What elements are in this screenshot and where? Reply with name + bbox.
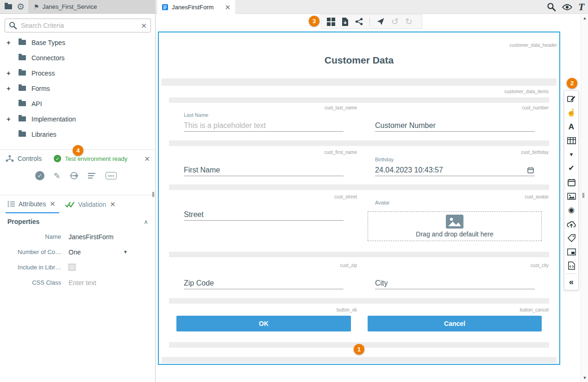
callout-badge-3: 3 [309, 16, 319, 26]
test-pen-icon[interactable]: ✎ [54, 172, 60, 180]
validation-close-icon[interactable]: ✕ [110, 201, 116, 208]
expand-icon[interactable]: + [6, 115, 19, 123]
search-box[interactable]: ✕ [5, 19, 151, 32]
connector-plug-icon[interactable] [69, 172, 79, 180]
share-icon[interactable] [355, 18, 363, 25]
attributes-close-icon[interactable]: ✕ [50, 200, 56, 207]
property-row-columns: Number of Co… One ▼ [0, 244, 156, 260]
undo-icon[interactable]: ↺ [391, 17, 399, 26]
form-edit-icon[interactable] [564, 92, 579, 106]
image-control-icon[interactable] [564, 189, 579, 203]
tree-item-libraries[interactable]: Libraries [0, 127, 156, 142]
birthday-field[interactable]: 24.04.2023 10:43:57 [375, 165, 535, 176]
chevron-down-icon: ▼ [123, 249, 128, 255]
tree-item-connectors[interactable]: Connectors [0, 50, 156, 65]
sidebar-resize-handle[interactable]: ‖ [152, 191, 155, 198]
console-icon[interactable]: ••• [106, 172, 117, 179]
folder-icon [19, 40, 26, 45]
include-in-library-checkbox[interactable] [69, 264, 75, 271]
table-icon[interactable] [564, 134, 579, 147]
last-name-field[interactable]: This is a placeholder text [184, 121, 344, 132]
tab-validation[interactable]: Validation ✕ [63, 195, 119, 213]
expand-icon[interactable]: + [6, 38, 19, 46]
columns-dropdown[interactable]: One ▼ [69, 248, 128, 256]
checkbox-control-icon[interactable]: ✔ [564, 161, 579, 175]
controls-close-icon[interactable]: ✕ [144, 155, 150, 162]
text-tool-icon[interactable]: T [578, 1, 584, 13]
eye-icon[interactable] [562, 4, 572, 11]
import-document-icon[interactable] [342, 18, 349, 26]
overlay-frame-icon[interactable] [564, 245, 579, 259]
tree-item-base-types[interactable]: + Base Types [0, 35, 156, 50]
street-field[interactable]: Street [184, 210, 344, 221]
repository-tree: + Base Types Connectors + Process + Form… [0, 35, 156, 142]
editor-tabbar: JanesFirstForm ✕ T [156, 0, 588, 14]
name-value[interactable]: JanesFirstForm [69, 233, 113, 241]
form-file-icon [162, 4, 168, 10]
calendar-icon[interactable] [527, 167, 534, 173]
collapse-palette-icon[interactable]: « [564, 275, 579, 289]
search-icon[interactable] [547, 2, 556, 12]
tree-item-api[interactable]: API [0, 96, 156, 111]
project-folder-icon[interactable] [5, 4, 12, 9]
zip-code-field[interactable]: Zip Code [184, 278, 344, 289]
tree-item-forms[interactable]: + Forms [0, 81, 156, 96]
redo-icon[interactable]: ↻ [405, 17, 413, 26]
calendar-control-icon[interactable] [564, 175, 579, 189]
controls-title: Controls [18, 155, 42, 162]
property-row-name: Name JanesFirstForm [0, 229, 156, 244]
tab-attributes[interactable]: Attributes ✕ [6, 195, 59, 213]
search-clear-icon[interactable]: ✕ [141, 22, 147, 29]
run-check-icon[interactable]: ✓ [35, 171, 44, 180]
collapse-chevron-icon[interactable]: ∧ [144, 218, 148, 225]
properties-title: Properties [7, 218, 39, 225]
code-file-icon[interactable] [564, 259, 579, 273]
scroll-up-icon[interactable]: ▲ [581, 16, 588, 20]
radio-button-icon[interactable]: ◉ [564, 203, 579, 217]
spacer-strip [169, 185, 549, 190]
validation-doublecheck-icon [65, 201, 75, 208]
css-class-input[interactable] [69, 279, 138, 286]
left-sidebar: ✕ + Base Types Connectors + Process + F [0, 14, 156, 382]
form-title[interactable]: Customer Data [159, 55, 559, 66]
spacer-strip [169, 252, 549, 257]
expand-icon[interactable]: + [6, 69, 19, 77]
customer-number-field[interactable]: Customer Number [375, 121, 535, 132]
editor-tab-janesfirstform[interactable]: JanesFirstForm ✕ [157, 0, 235, 14]
cancel-button[interactable]: Cancel [368, 316, 542, 331]
form-design-canvas[interactable]: customer_data_header Customer Data custo… [158, 32, 560, 365]
avatar-dropzone[interactable]: Drag and drop default here [368, 211, 542, 241]
upload-cloud-icon[interactable] [564, 217, 579, 231]
log-lines-icon[interactable] [88, 172, 96, 179]
spacer-strip [162, 78, 557, 86]
tree-item-process[interactable]: + Process [0, 65, 156, 81]
scroll-down-icon[interactable]: ▼ [581, 376, 588, 380]
service-tab[interactable]: ⚑ Janes_First_Service [28, 0, 156, 14]
ok-button[interactable]: OK [176, 316, 351, 331]
city-field[interactable]: City [375, 278, 535, 289]
controls-action-row: ✓ ✎ ••• [0, 167, 156, 180]
folder-icon [19, 132, 26, 137]
layout-grid-icon[interactable] [327, 18, 335, 26]
expand-icon[interactable]: + [6, 84, 19, 92]
dropdown-icon[interactable]: ▼ [564, 147, 579, 161]
text-control-icon[interactable]: A [564, 120, 579, 134]
publish-send-icon[interactable] [376, 18, 385, 25]
folder-icon [19, 116, 26, 121]
properties-panel: Properties ∧ Name JanesFirstForm Number … [0, 214, 156, 290]
palette-resize-handle[interactable]: ‖ [582, 192, 585, 199]
search-icon [9, 21, 17, 30]
touch-pointer-icon[interactable]: ☝ [564, 106, 579, 120]
tag-icon[interactable] [564, 231, 579, 245]
first-name-field[interactable]: First Name [184, 165, 344, 176]
app-window: ⚙ ⚑ Janes_First_Service ✕ + Base Types [0, 0, 588, 382]
top-right-tools: T [547, 0, 584, 14]
search-input[interactable] [21, 22, 137, 29]
folder-icon [19, 86, 26, 91]
element-tag: cust_first_name [324, 150, 357, 155]
spacer-strip [169, 140, 549, 146]
settings-gear-icon[interactable]: ⚙ [17, 2, 25, 11]
image-icon [446, 215, 463, 229]
tab-close-icon[interactable]: ✕ [225, 4, 231, 11]
tree-item-implementation[interactable]: + Implementation [0, 111, 156, 127]
